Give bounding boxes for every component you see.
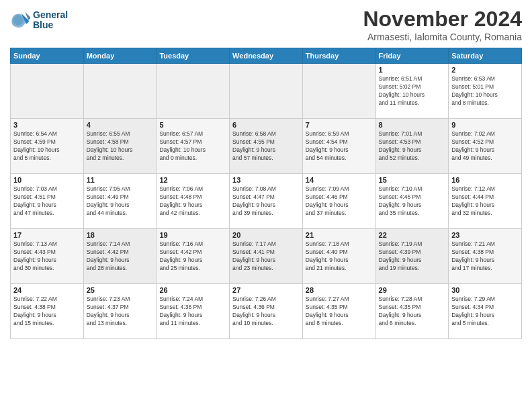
day-cell: 30Sunrise: 7:29 AM Sunset: 4:34 PM Dayli… bbox=[449, 284, 522, 339]
day-number: 23 bbox=[451, 231, 519, 239]
day-info: Sunrise: 7:02 AM Sunset: 4:52 PM Dayligh… bbox=[451, 130, 519, 163]
day-header-tuesday: Tuesday bbox=[157, 48, 230, 64]
day-number: 10 bbox=[13, 176, 81, 184]
day-info: Sunrise: 7:12 AM Sunset: 4:44 PM Dayligh… bbox=[451, 185, 519, 218]
day-info: Sunrise: 6:54 AM Sunset: 4:59 PM Dayligh… bbox=[13, 130, 81, 163]
logo-text: General Blue bbox=[33, 10, 68, 31]
day-info: Sunrise: 7:27 AM Sunset: 4:35 PM Dayligh… bbox=[306, 295, 373, 328]
day-cell: 9Sunrise: 7:02 AM Sunset: 4:52 PM Daylig… bbox=[449, 119, 522, 174]
day-info: Sunrise: 6:58 AM Sunset: 4:55 PM Dayligh… bbox=[232, 130, 300, 163]
day-info: Sunrise: 7:21 AM Sunset: 4:38 PM Dayligh… bbox=[451, 240, 519, 273]
day-info: Sunrise: 7:09 AM Sunset: 4:46 PM Dayligh… bbox=[306, 185, 373, 218]
day-info: Sunrise: 6:59 AM Sunset: 4:54 PM Dayligh… bbox=[306, 130, 373, 163]
day-cell: 28Sunrise: 7:27 AM Sunset: 4:35 PM Dayli… bbox=[302, 284, 375, 339]
day-number: 7 bbox=[306, 121, 373, 129]
day-cell: 10Sunrise: 7:03 AM Sunset: 4:51 PM Dayli… bbox=[11, 174, 84, 229]
logo-line2: Blue bbox=[33, 20, 68, 30]
day-cell: 4Sunrise: 6:55 AM Sunset: 4:58 PM Daylig… bbox=[83, 119, 157, 174]
day-number: 12 bbox=[159, 176, 226, 184]
day-cell bbox=[157, 64, 230, 119]
day-cell: 21Sunrise: 7:18 AM Sunset: 4:40 PM Dayli… bbox=[302, 229, 375, 284]
day-header-friday: Friday bbox=[375, 48, 449, 64]
day-info: Sunrise: 7:16 AM Sunset: 4:42 PM Dayligh… bbox=[159, 240, 226, 273]
day-cell: 15Sunrise: 7:10 AM Sunset: 4:45 PM Dayli… bbox=[375, 174, 449, 229]
day-number: 21 bbox=[306, 231, 373, 239]
day-cell: 3Sunrise: 6:54 AM Sunset: 4:59 PM Daylig… bbox=[11, 119, 84, 174]
day-cell: 6Sunrise: 6:58 AM Sunset: 4:55 PM Daylig… bbox=[230, 119, 303, 174]
day-number: 9 bbox=[451, 121, 519, 129]
day-number: 15 bbox=[379, 176, 446, 184]
day-cell: 19Sunrise: 7:16 AM Sunset: 4:42 PM Dayli… bbox=[157, 229, 230, 284]
day-info: Sunrise: 7:19 AM Sunset: 4:39 PM Dayligh… bbox=[379, 240, 446, 273]
day-info: Sunrise: 7:10 AM Sunset: 4:45 PM Dayligh… bbox=[379, 185, 446, 218]
day-cell: 26Sunrise: 7:24 AM Sunset: 4:36 PM Dayli… bbox=[157, 284, 230, 339]
location: Armasesti, Ialomita County, Romania bbox=[363, 32, 522, 42]
day-info: Sunrise: 6:57 AM Sunset: 4:57 PM Dayligh… bbox=[159, 130, 226, 163]
day-header-thursday: Thursday bbox=[302, 48, 375, 64]
day-info: Sunrise: 7:03 AM Sunset: 4:51 PM Dayligh… bbox=[13, 185, 81, 218]
day-info: Sunrise: 7:01 AM Sunset: 4:53 PM Dayligh… bbox=[379, 130, 446, 163]
day-header-monday: Monday bbox=[83, 48, 157, 64]
day-cell: 7Sunrise: 6:59 AM Sunset: 4:54 PM Daylig… bbox=[302, 119, 375, 174]
month-title: November 2024 bbox=[363, 7, 522, 32]
day-info: Sunrise: 7:05 AM Sunset: 4:49 PM Dayligh… bbox=[87, 185, 154, 218]
day-cell: 18Sunrise: 7:14 AM Sunset: 4:42 PM Dayli… bbox=[83, 229, 157, 284]
title-area: November 2024 Armasesti, Ialomita County… bbox=[363, 7, 522, 42]
day-number: 19 bbox=[159, 231, 226, 239]
day-info: Sunrise: 7:08 AM Sunset: 4:47 PM Dayligh… bbox=[232, 185, 300, 218]
day-number: 18 bbox=[87, 231, 154, 239]
day-number: 11 bbox=[87, 176, 154, 184]
week-row-1: 1Sunrise: 6:51 AM Sunset: 5:02 PM Daylig… bbox=[11, 64, 522, 119]
week-row-3: 10Sunrise: 7:03 AM Sunset: 4:51 PM Dayli… bbox=[11, 174, 522, 229]
day-cell: 17Sunrise: 7:13 AM Sunset: 4:43 PM Dayli… bbox=[11, 229, 84, 284]
calendar-container: General Blue November 2024 Armasesti, Ia… bbox=[0, 0, 532, 342]
day-number: 27 bbox=[232, 286, 300, 294]
day-info: Sunrise: 6:51 AM Sunset: 5:02 PM Dayligh… bbox=[379, 75, 446, 107]
day-cell: 2Sunrise: 6:53 AM Sunset: 5:01 PM Daylig… bbox=[449, 64, 522, 119]
day-info: Sunrise: 7:13 AM Sunset: 4:43 PM Dayligh… bbox=[13, 240, 81, 273]
day-cell: 24Sunrise: 7:22 AM Sunset: 4:38 PM Dayli… bbox=[11, 284, 84, 339]
logo-line1: General bbox=[33, 10, 68, 20]
day-number: 16 bbox=[451, 176, 519, 184]
day-header-sunday: Sunday bbox=[11, 48, 84, 64]
week-row-4: 17Sunrise: 7:13 AM Sunset: 4:43 PM Dayli… bbox=[11, 229, 522, 284]
day-number: 30 bbox=[451, 286, 519, 294]
day-number: 29 bbox=[379, 286, 446, 294]
day-info: Sunrise: 7:18 AM Sunset: 4:40 PM Dayligh… bbox=[306, 240, 373, 273]
day-number: 20 bbox=[232, 231, 300, 239]
logo: General Blue bbox=[10, 10, 68, 31]
logo-icon bbox=[10, 10, 30, 30]
day-cell: 22Sunrise: 7:19 AM Sunset: 4:39 PM Dayli… bbox=[375, 229, 449, 284]
day-number: 13 bbox=[232, 176, 300, 184]
day-number: 17 bbox=[13, 231, 81, 239]
day-number: 6 bbox=[232, 121, 300, 129]
header: General Blue November 2024 Armasesti, Ia… bbox=[10, 7, 522, 42]
day-info: Sunrise: 7:28 AM Sunset: 4:35 PM Dayligh… bbox=[379, 295, 446, 328]
day-cell bbox=[83, 64, 157, 119]
day-cell: 25Sunrise: 7:23 AM Sunset: 4:37 PM Dayli… bbox=[83, 284, 157, 339]
day-cell: 29Sunrise: 7:28 AM Sunset: 4:35 PM Dayli… bbox=[375, 284, 449, 339]
day-info: Sunrise: 6:53 AM Sunset: 5:01 PM Dayligh… bbox=[451, 75, 519, 107]
day-number: 3 bbox=[13, 121, 81, 129]
day-number: 4 bbox=[87, 121, 154, 129]
day-number: 8 bbox=[379, 121, 446, 129]
day-header-wednesday: Wednesday bbox=[230, 48, 303, 64]
day-number: 1 bbox=[379, 66, 446, 74]
day-cell: 20Sunrise: 7:17 AM Sunset: 4:41 PM Dayli… bbox=[230, 229, 303, 284]
day-cell: 27Sunrise: 7:26 AM Sunset: 4:36 PM Dayli… bbox=[230, 284, 303, 339]
day-cell bbox=[11, 64, 84, 119]
day-info: Sunrise: 7:17 AM Sunset: 4:41 PM Dayligh… bbox=[232, 240, 300, 273]
week-row-5: 24Sunrise: 7:22 AM Sunset: 4:38 PM Dayli… bbox=[11, 284, 522, 339]
day-cell: 8Sunrise: 7:01 AM Sunset: 4:53 PM Daylig… bbox=[375, 119, 449, 174]
day-number: 2 bbox=[451, 66, 519, 74]
day-number: 14 bbox=[306, 176, 373, 184]
day-info: Sunrise: 7:26 AM Sunset: 4:36 PM Dayligh… bbox=[232, 295, 300, 328]
day-info: Sunrise: 7:06 AM Sunset: 4:48 PM Dayligh… bbox=[159, 185, 226, 218]
day-info: Sunrise: 7:23 AM Sunset: 4:37 PM Dayligh… bbox=[87, 295, 154, 328]
day-cell: 14Sunrise: 7:09 AM Sunset: 4:46 PM Dayli… bbox=[302, 174, 375, 229]
day-info: Sunrise: 7:22 AM Sunset: 4:38 PM Dayligh… bbox=[13, 295, 81, 328]
day-cell: 5Sunrise: 6:57 AM Sunset: 4:57 PM Daylig… bbox=[157, 119, 230, 174]
day-cell: 16Sunrise: 7:12 AM Sunset: 4:44 PM Dayli… bbox=[449, 174, 522, 229]
calendar-table: SundayMondayTuesdayWednesdayThursdayFrid… bbox=[10, 48, 522, 339]
day-cell: 12Sunrise: 7:06 AM Sunset: 4:48 PM Dayli… bbox=[157, 174, 230, 229]
